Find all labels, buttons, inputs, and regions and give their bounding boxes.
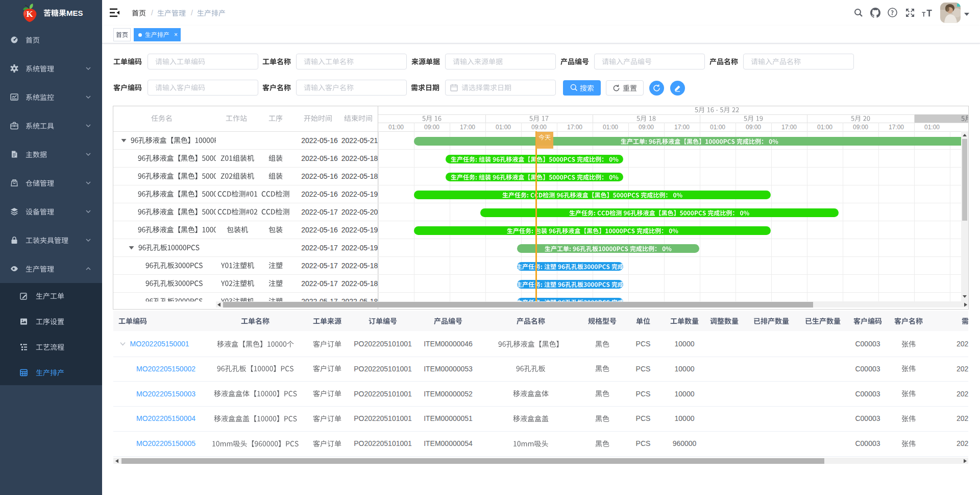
svg-text:K: K [26,9,33,19]
